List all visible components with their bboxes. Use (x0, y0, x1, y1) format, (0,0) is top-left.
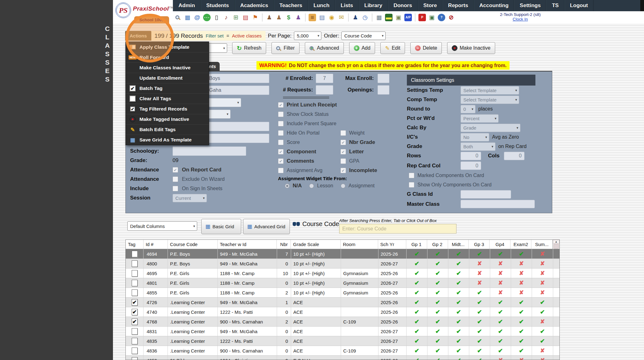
refresh-button[interactable]: ↻Refresh (232, 42, 266, 54)
nav-item-ts[interactable]: TS (546, 0, 564, 11)
email-icon[interactable]: @ (193, 14, 201, 21)
menu-item-roll-forward[interactable]: NEWRoll Forward (126, 52, 209, 62)
edit-button[interactable]: ✎Edit (380, 42, 405, 54)
assignment-radio[interactable] (341, 184, 345, 188)
person-add-icon[interactable]: ♟ (266, 14, 273, 21)
per-page-select[interactable]: 5,000▾ (294, 32, 321, 40)
table-row[interactable]: 4695P.E. Girls1188 - Mr. Camp1010 pt +/-… (126, 269, 559, 278)
rows-input[interactable] (461, 152, 481, 160)
exclude-on-wizard-checkbox[interactable] (173, 176, 178, 182)
clock-in-link[interactable]: Clock In (493, 17, 548, 22)
n-a-radio[interactable] (285, 184, 290, 188)
tag-checkbox[interactable] (132, 357, 138, 360)
pdf-icon[interactable]: P (418, 14, 426, 21)
requests-field[interactable] (316, 85, 333, 95)
col-header-gp-2[interactable]: Gp 2 (427, 240, 448, 249)
tag-checkbox[interactable] (132, 338, 138, 344)
school-tab[interactable]: School 1001 (134, 16, 169, 23)
menu-item-update-enrollment[interactable]: Update Enrollment (126, 73, 209, 83)
course-code-search-input[interactable] (339, 224, 456, 234)
scroll-up-arrow[interactable]: ▲ (553, 240, 559, 244)
table-row[interactable]: 4836.Learning Center900 - Mrs. Carnahan0… (126, 346, 559, 356)
cols-input[interactable] (504, 152, 524, 160)
basic-grid-button[interactable]: ▦Basic Grid (201, 219, 241, 234)
tag-checkbox[interactable]: ✔ (132, 309, 138, 315)
score-checkbox[interactable] (278, 140, 284, 145)
help-icon[interactable]: ? (438, 14, 445, 21)
chat-icon[interactable]: ⋯ (203, 14, 211, 21)
report-icon[interactable]: ▦ (375, 14, 383, 21)
col-header-sum[interactable]: Sum... (531, 240, 553, 249)
form-text-field-1[interactable] (206, 122, 269, 131)
col-header-teacher-w-id[interactable]: Teacher w Id (218, 240, 277, 249)
tag-checkbox[interactable] (132, 289, 138, 296)
comp-temp-select[interactable]: Select Template▾ (461, 96, 519, 104)
tag-checkbox[interactable] (132, 251, 138, 257)
filter-button[interactable]: Filter (271, 42, 300, 54)
tag-checkbox[interactable] (132, 348, 138, 354)
col-header-course-code[interactable]: Course Code (168, 240, 218, 249)
actions-button[interactable]: Actions (125, 31, 151, 41)
money-icon[interactable]: $ (285, 14, 292, 21)
nav-item-donors[interactable]: Donors (388, 0, 418, 11)
print-lunch-receipt-checkbox[interactable] (278, 102, 284, 108)
i-c-s-select[interactable]: No▾ (461, 133, 489, 141)
tag-checkbox[interactable]: ✔ (132, 318, 138, 325)
session-select[interactable]: Current▾ (173, 194, 207, 202)
col-header-grade-scale[interactable]: Grade Scale (291, 240, 341, 249)
menu-item-batch-tag[interactable]: ✔Batch Tag (126, 83, 209, 93)
table-row[interactable]: ✔4740.Learning Center1222 - Ms. Patti0AC… (126, 307, 559, 317)
tag-checkbox[interactable] (132, 280, 138, 286)
table-row[interactable]: ✔4768.Learning Center900 - Mrs. Carnahan… (126, 317, 559, 327)
menu-checkbox[interactable]: ✔ (129, 85, 136, 91)
people-icon[interactable]: ♟ (295, 14, 302, 21)
advanced-grid-button[interactable]: ▦Advanced Grid (243, 219, 290, 234)
marked-components-on-card-checkbox[interactable] (409, 173, 414, 178)
incomplete-checkbox[interactable] (340, 168, 346, 173)
tag-checkbox[interactable] (132, 328, 138, 335)
lesson-radio[interactable] (309, 184, 314, 188)
menu-item-batch-edit-tags[interactable]: ✎Batch Edit Tags (126, 124, 209, 135)
enrolled-field[interactable] (316, 74, 333, 83)
form-select-1[interactable]: ▾ (206, 98, 241, 107)
tag-checkbox[interactable] (132, 270, 138, 277)
nav-item-logout[interactable]: Logout (564, 0, 594, 11)
search-icon[interactable] (174, 14, 182, 21)
add-button[interactable]: +Add (349, 42, 375, 54)
scrollbar-thumb[interactable] (554, 244, 559, 249)
schoology-field[interactable] (173, 146, 246, 156)
nav-item-settings[interactable]: Settings (514, 0, 546, 11)
menu-item-save-grid-as-template[interactable]: ▦Save Grid As Template (126, 135, 209, 145)
openings-field[interactable] (378, 85, 389, 95)
order-select[interactable]: Course Code▾ (341, 32, 386, 40)
course-name-field[interactable] (206, 74, 269, 83)
table-row[interactable]: 4694P.E. Boys949 - Mr. McGaha710 pt +/- … (126, 249, 559, 259)
table-row[interactable]: ✔4726.Learning Center949 - Mr. McGaha1AC… (126, 298, 559, 307)
col-header-gp-1[interactable]: Gp 1 (406, 240, 427, 249)
settings-temp-select[interactable]: Select Template▾ (461, 86, 519, 95)
pct-or-wt-d-select[interactable]: Percent▾ (461, 114, 499, 123)
tag-checkbox[interactable] (132, 260, 138, 267)
col-header-id[interactable]: Id # (144, 240, 168, 249)
gpa-checkbox[interactable] (340, 158, 346, 164)
nav-item-store[interactable]: Store (418, 0, 442, 11)
teacher-field[interactable] (206, 86, 269, 95)
sound-icon[interactable]: ♪ (222, 14, 230, 21)
calendar-grid-icon[interactable]: ▦ (184, 14, 191, 21)
person-icon[interactable]: ♟ (275, 14, 283, 21)
printer-icon[interactable]: ▣ (395, 14, 402, 21)
table-row[interactable]: 465901 Bible1264 - Christine9E S N U2025… (126, 356, 559, 360)
col-header-tag[interactable]: Tag (126, 240, 144, 249)
nav-item-students[interactable]: Students (201, 0, 235, 11)
clock-icon[interactable]: ◷ (361, 14, 369, 21)
table-row[interactable]: 4855P.E. Girls1188 - Mr. Camp210 pt +/- … (126, 288, 559, 298)
show-clock-status-checkbox[interactable] (278, 111, 284, 117)
g-class-id-input[interactable] (461, 190, 511, 199)
comments-checkbox[interactable] (278, 158, 284, 164)
nav-item-library[interactable]: Library (359, 0, 388, 11)
on-sign-in-sheets-checkbox[interactable] (173, 186, 178, 191)
col-header-nbr[interactable]: Nbr (277, 240, 291, 249)
table-scrollbar[interactable]: ▲ (553, 240, 559, 249)
col-header-gp4[interactable]: Gp4 (490, 240, 510, 249)
calendar-red-icon[interactable]: ▤ (242, 14, 249, 21)
